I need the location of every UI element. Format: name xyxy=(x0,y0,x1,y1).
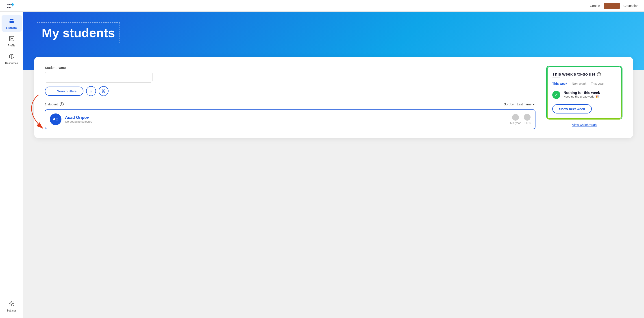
todo-empty-state: ✓ Nothing for this week Keep up the grea… xyxy=(552,91,616,99)
todo-empty-title: Nothing for this week xyxy=(564,91,600,95)
todo-title: This week's to-do list xyxy=(552,72,595,77)
search-filters-button[interactable]: Search filters xyxy=(45,86,84,96)
right-panel: This week's to-do list ? This week Next … xyxy=(546,66,622,129)
todo-card: This week's to-do list ? This week Next … xyxy=(546,66,622,120)
student-avatar: AO xyxy=(50,114,62,125)
todo-help-icon[interactable]: ? xyxy=(597,72,601,76)
logo-icon: common app xyxy=(6,2,14,10)
download-button[interactable] xyxy=(86,86,96,96)
sidebar-item-settings[interactable]: Settings xyxy=(2,298,22,314)
search-filters-label: Search filters xyxy=(57,89,77,93)
svg-point-4 xyxy=(12,18,14,20)
sidebar-item-profile[interactable]: Profile xyxy=(2,34,22,49)
left-panel: Student name Search filters xyxy=(45,66,536,129)
settings-icon xyxy=(9,301,14,308)
sidebar: Students Profile Resources xyxy=(0,12,23,318)
todo-empty-text: Nothing for this week Keep up the great … xyxy=(564,91,600,98)
greeting-text: Good e xyxy=(590,4,600,8)
svg-point-6 xyxy=(11,21,14,23)
grid-view-button[interactable] xyxy=(99,86,108,96)
progress-icon xyxy=(524,114,530,121)
user-avatar[interactable] xyxy=(604,3,620,9)
top-nav: common app Good e Counselor xyxy=(0,0,644,12)
svg-point-11 xyxy=(11,303,12,304)
svg-rect-8 xyxy=(10,37,11,38)
svg-rect-18 xyxy=(102,91,103,92)
top-nav-right: Good e Counselor xyxy=(590,3,638,9)
sidebar-item-students-label: Students xyxy=(6,26,17,30)
todo-empty-subtitle: Keep up the great work! 🎉 xyxy=(564,95,600,98)
sidebar-item-settings-label: Settings xyxy=(7,309,16,312)
svg-rect-16 xyxy=(102,90,103,91)
sidebar-item-students[interactable]: Students xyxy=(2,15,22,32)
student-row[interactable]: AO Asad Oripov No deadline selected Mid-… xyxy=(45,110,536,129)
sidebar-item-profile-label: Profile xyxy=(8,44,15,47)
content-area: My students Student name xyxy=(23,12,644,318)
midyear-label: Mid-year xyxy=(510,122,521,125)
student-name: Asad Oripov xyxy=(65,115,506,120)
check-icon: ✓ xyxy=(552,91,560,99)
svg-rect-17 xyxy=(104,90,105,91)
sort-by-label: Sort by: xyxy=(504,102,514,106)
tab-this-week[interactable]: This week xyxy=(552,82,567,86)
student-name-input[interactable] xyxy=(45,72,152,82)
tab-next-week[interactable]: Next week xyxy=(572,82,586,86)
page-title: My students xyxy=(37,22,120,43)
midyear-badge: Mid-year xyxy=(510,114,521,125)
logo: common app xyxy=(6,2,14,10)
svg-rect-19 xyxy=(104,91,105,92)
student-badges: Mid-year 0 of 3 xyxy=(510,114,530,125)
progress-label: 0 of 3 xyxy=(524,122,530,125)
view-walkthrough-link[interactable]: View walkthrough xyxy=(546,123,622,127)
role-label: Counselor xyxy=(623,4,638,8)
show-next-week-button[interactable]: Show next week xyxy=(552,104,592,114)
sidebar-item-resources[interactable]: Resources xyxy=(2,51,22,67)
download-icon xyxy=(89,89,93,93)
resources-icon xyxy=(9,53,14,60)
svg-point-3 xyxy=(10,18,12,20)
tab-this-year[interactable]: This year xyxy=(591,82,604,86)
students-count: 1 student xyxy=(45,102,58,106)
sort-by-select[interactable]: Last name First name xyxy=(516,102,536,106)
profile-icon xyxy=(9,36,14,43)
todo-underline xyxy=(552,78,560,78)
svg-text:app: app xyxy=(7,6,11,8)
student-deadline: No deadline selected xyxy=(65,120,506,123)
main-layout: Students Profile Resources xyxy=(0,12,644,318)
student-info: Asad Oripov No deadline selected xyxy=(65,115,506,123)
todo-tabs: This week Next week This year xyxy=(552,82,616,86)
students-icon xyxy=(8,18,15,25)
grid-icon xyxy=(102,89,106,93)
midyear-icon xyxy=(512,114,519,121)
todo-header: This week's to-do list ? xyxy=(552,72,616,77)
progress-badge: 0 of 3 xyxy=(524,114,530,125)
students-meta: 1 student ? Sort by: Last name First nam… xyxy=(45,102,536,106)
students-help-icon[interactable]: ? xyxy=(60,102,64,106)
sort-by-control: Sort by: Last name First name xyxy=(504,102,536,106)
student-name-label: Student name xyxy=(45,66,536,70)
filter-icon xyxy=(52,89,55,93)
main-card: Student name Search filters xyxy=(34,57,633,138)
search-filters-row: Search filters xyxy=(45,86,536,96)
sidebar-item-resources-label: Resources xyxy=(5,62,18,65)
